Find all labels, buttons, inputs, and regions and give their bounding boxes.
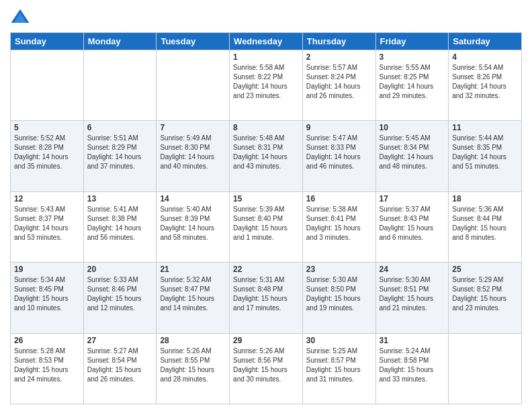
day-number: 18 <box>452 194 518 203</box>
day-cell: 6Sunrise: 5:51 AM Sunset: 8:29 PM Daylig… <box>83 121 157 191</box>
day-info: Sunrise: 5:30 AM Sunset: 8:50 PM Dayligh… <box>306 275 372 313</box>
day-cell: 11Sunrise: 5:44 AM Sunset: 8:35 PM Dayli… <box>449 121 522 191</box>
day-number: 14 <box>160 194 226 203</box>
day-cell: 28Sunrise: 5:26 AM Sunset: 8:55 PM Dayli… <box>157 333 230 404</box>
day-number: 5 <box>14 123 80 132</box>
day-cell: 20Sunrise: 5:33 AM Sunset: 8:46 PM Dayli… <box>83 263 157 333</box>
day-info: Sunrise: 5:33 AM Sunset: 8:46 PM Dayligh… <box>87 275 153 313</box>
day-number: 7 <box>160 123 226 132</box>
day-info: Sunrise: 5:47 AM Sunset: 8:33 PM Dayligh… <box>306 134 372 171</box>
calendar-body: 1Sunrise: 5:58 AM Sunset: 8:22 PM Daylig… <box>11 50 522 404</box>
day-number: 19 <box>14 265 80 274</box>
day-info: Sunrise: 5:37 AM Sunset: 8:43 PM Dayligh… <box>380 205 445 242</box>
day-number: 30 <box>306 336 372 345</box>
day-cell: 26Sunrise: 5:28 AM Sunset: 8:53 PM Dayli… <box>11 333 84 404</box>
day-number: 16 <box>306 194 372 203</box>
day-info: Sunrise: 5:30 AM Sunset: 8:51 PM Dayligh… <box>380 275 445 313</box>
day-cell: 19Sunrise: 5:34 AM Sunset: 8:45 PM Dayli… <box>11 263 84 333</box>
day-cell: 7Sunrise: 5:49 AM Sunset: 8:30 PM Daylig… <box>157 121 230 191</box>
day-number: 13 <box>87 194 153 203</box>
day-cell: 8Sunrise: 5:48 AM Sunset: 8:31 PM Daylig… <box>230 121 303 191</box>
day-cell: 29Sunrise: 5:26 AM Sunset: 8:56 PM Dayli… <box>230 333 303 404</box>
day-cell: 14Sunrise: 5:40 AM Sunset: 8:39 PM Dayli… <box>157 191 230 262</box>
day-info: Sunrise: 5:58 AM Sunset: 8:22 PM Dayligh… <box>233 63 299 101</box>
header-day-tuesday: Tuesday <box>157 33 230 50</box>
day-cell: 25Sunrise: 5:29 AM Sunset: 8:52 PM Dayli… <box>449 263 522 333</box>
day-cell: 27Sunrise: 5:27 AM Sunset: 8:54 PM Dayli… <box>83 333 157 404</box>
week-row-3: 12Sunrise: 5:43 AM Sunset: 8:37 PM Dayli… <box>11 191 522 262</box>
day-number: 12 <box>14 194 80 203</box>
day-cell: 16Sunrise: 5:38 AM Sunset: 8:41 PM Dayli… <box>302 191 375 262</box>
day-info: Sunrise: 5:54 AM Sunset: 8:26 PM Dayligh… <box>452 63 518 101</box>
day-number: 20 <box>87 265 153 274</box>
day-number: 27 <box>87 336 153 345</box>
header-day-saturday: Saturday <box>449 33 522 50</box>
header-day-wednesday: Wednesday <box>230 33 303 50</box>
day-number: 2 <box>306 52 372 62</box>
day-info: Sunrise: 5:29 AM Sunset: 8:52 PM Dayligh… <box>452 275 518 313</box>
day-cell: 3Sunrise: 5:55 AM Sunset: 8:25 PM Daylig… <box>375 50 449 121</box>
day-cell: 2Sunrise: 5:57 AM Sunset: 8:24 PM Daylig… <box>302 50 375 121</box>
day-number: 17 <box>380 194 445 203</box>
day-cell: 13Sunrise: 5:41 AM Sunset: 8:38 PM Dayli… <box>83 191 157 262</box>
day-cell: 9Sunrise: 5:47 AM Sunset: 8:33 PM Daylig… <box>302 121 375 191</box>
header-row: SundayMondayTuesdayWednesdayThursdayFrid… <box>11 33 522 50</box>
day-info: Sunrise: 5:48 AM Sunset: 8:31 PM Dayligh… <box>233 134 299 171</box>
day-cell <box>449 333 522 404</box>
day-cell <box>83 50 157 121</box>
day-number: 15 <box>233 194 299 203</box>
header-day-monday: Monday <box>83 33 157 50</box>
day-number: 22 <box>233 265 299 274</box>
day-number: 9 <box>306 123 372 132</box>
day-cell: 21Sunrise: 5:32 AM Sunset: 8:47 PM Dayli… <box>157 263 230 333</box>
day-info: Sunrise: 5:39 AM Sunset: 8:40 PM Dayligh… <box>233 205 299 242</box>
day-cell: 24Sunrise: 5:30 AM Sunset: 8:51 PM Dayli… <box>375 263 449 333</box>
day-info: Sunrise: 5:31 AM Sunset: 8:48 PM Dayligh… <box>233 275 299 313</box>
day-info: Sunrise: 5:24 AM Sunset: 8:58 PM Dayligh… <box>380 347 445 384</box>
day-number: 31 <box>380 336 445 345</box>
day-info: Sunrise: 5:36 AM Sunset: 8:44 PM Dayligh… <box>452 205 518 242</box>
day-cell: 18Sunrise: 5:36 AM Sunset: 8:44 PM Dayli… <box>449 191 522 262</box>
day-number: 29 <box>233 336 299 345</box>
day-info: Sunrise: 5:26 AM Sunset: 8:55 PM Dayligh… <box>160 347 226 384</box>
day-info: Sunrise: 5:27 AM Sunset: 8:54 PM Dayligh… <box>87 347 153 384</box>
day-number: 10 <box>380 123 445 132</box>
day-cell <box>11 50 84 121</box>
day-number: 21 <box>160 265 226 274</box>
day-info: Sunrise: 5:49 AM Sunset: 8:30 PM Dayligh… <box>160 134 226 171</box>
day-cell: 15Sunrise: 5:39 AM Sunset: 8:40 PM Dayli… <box>230 191 303 262</box>
header-day-friday: Friday <box>375 33 449 50</box>
week-row-4: 19Sunrise: 5:34 AM Sunset: 8:45 PM Dayli… <box>11 263 522 333</box>
day-info: Sunrise: 5:26 AM Sunset: 8:56 PM Dayligh… <box>233 347 299 384</box>
week-row-5: 26Sunrise: 5:28 AM Sunset: 8:53 PM Dayli… <box>11 333 522 404</box>
calendar-header: SundayMondayTuesdayWednesdayThursdayFrid… <box>11 33 522 50</box>
day-info: Sunrise: 5:45 AM Sunset: 8:34 PM Dayligh… <box>380 134 445 171</box>
day-number: 24 <box>380 265 445 274</box>
day-info: Sunrise: 5:28 AM Sunset: 8:53 PM Dayligh… <box>14 347 80 384</box>
header <box>10 7 522 27</box>
day-info: Sunrise: 5:52 AM Sunset: 8:28 PM Dayligh… <box>14 134 80 171</box>
day-info: Sunrise: 5:44 AM Sunset: 8:35 PM Dayligh… <box>452 134 518 171</box>
header-day-sunday: Sunday <box>11 33 84 50</box>
day-cell <box>157 50 230 121</box>
day-number: 6 <box>87 123 153 132</box>
day-info: Sunrise: 5:32 AM Sunset: 8:47 PM Dayligh… <box>160 275 226 313</box>
day-cell: 17Sunrise: 5:37 AM Sunset: 8:43 PM Dayli… <box>375 191 449 262</box>
day-info: Sunrise: 5:34 AM Sunset: 8:45 PM Dayligh… <box>14 275 80 313</box>
day-cell: 22Sunrise: 5:31 AM Sunset: 8:48 PM Dayli… <box>230 263 303 333</box>
day-number: 3 <box>380 52 445 62</box>
day-number: 4 <box>452 52 518 62</box>
day-info: Sunrise: 5:57 AM Sunset: 8:24 PM Dayligh… <box>306 63 372 101</box>
logo-icon <box>10 7 30 27</box>
day-cell: 1Sunrise: 5:58 AM Sunset: 8:22 PM Daylig… <box>230 50 303 121</box>
calendar: SundayMondayTuesdayWednesdayThursdayFrid… <box>10 32 522 404</box>
day-cell: 4Sunrise: 5:54 AM Sunset: 8:26 PM Daylig… <box>449 50 522 121</box>
day-number: 28 <box>160 336 226 345</box>
day-cell: 31Sunrise: 5:24 AM Sunset: 8:58 PM Dayli… <box>375 333 449 404</box>
day-info: Sunrise: 5:40 AM Sunset: 8:39 PM Dayligh… <box>160 205 226 242</box>
week-row-1: 1Sunrise: 5:58 AM Sunset: 8:22 PM Daylig… <box>11 50 522 121</box>
logo <box>10 7 33 27</box>
header-day-thursday: Thursday <box>302 33 375 50</box>
week-row-2: 5Sunrise: 5:52 AM Sunset: 8:28 PM Daylig… <box>11 121 522 191</box>
day-number: 8 <box>233 123 299 132</box>
